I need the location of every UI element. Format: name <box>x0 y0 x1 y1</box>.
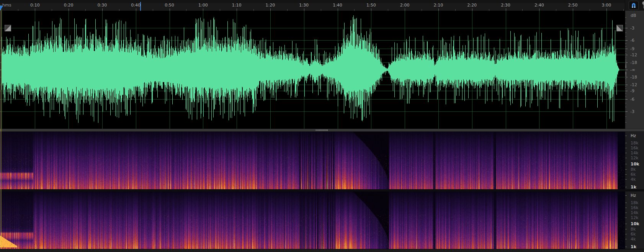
timeline-tick-label: 2:40 <box>534 3 544 8</box>
timeline-tick-label: 1:00 <box>198 3 208 8</box>
db-scale-tick <box>625 77 628 77</box>
splitter-grip <box>315 129 329 131</box>
freq-scale-label: 14k <box>631 151 638 155</box>
freq-scale-label: 4k <box>631 177 636 182</box>
freq-scale-label: 8k <box>631 227 636 232</box>
db-scale-label: -3 <box>630 109 634 114</box>
db-scale-minor-tick <box>625 76 626 77</box>
snap-toggle-button[interactable] <box>629 1 639 10</box>
freq-scale-tick <box>625 187 627 187</box>
db-scale-minor-tick <box>625 86 626 87</box>
db-scale-minor-tick <box>625 72 626 73</box>
db-scale-minor-tick <box>625 74 626 75</box>
freq-scale-label: 16k <box>631 205 638 210</box>
timeline-tick-label: 1:10 <box>232 3 242 8</box>
frequency-scale-left[interactable]: Hz18k16k14k12k10k8k6k4k1k <box>625 132 644 189</box>
db-scale-minor-tick <box>625 58 626 58</box>
db-scale-label: -18 <box>630 75 637 80</box>
freq-scale-tick <box>625 213 627 213</box>
db-scale-minor-tick <box>625 23 626 23</box>
db-scale-minor-tick <box>625 43 626 44</box>
db-scale-minor-tick <box>625 57 626 57</box>
db-scale-minor-tick <box>625 74 626 74</box>
db-scale-tick <box>625 55 628 55</box>
freq-scale-label: 4k <box>631 237 636 242</box>
panel-splitter[interactable] <box>0 129 644 132</box>
playhead-line[interactable] <box>1 5 1 249</box>
timeline-tick-label: 3:00 <box>602 3 611 8</box>
db-scale-tick <box>625 62 628 63</box>
timeline-tick-label: 0:20 <box>64 3 74 8</box>
db-scale-minor-tick <box>625 33 626 33</box>
timeline-units-label: hms <box>2 3 11 8</box>
playhead-handle[interactable] <box>0 6 3 10</box>
freq-scale-tick <box>625 164 627 164</box>
freq-scale-label: 12k <box>631 215 638 220</box>
freq-scale-header: Hz <box>631 193 636 198</box>
freq-scale-tick <box>625 195 627 196</box>
amplitude-db-scale[interactable]: dB-3-6-9-12-18-∞-18-12-9-6-3 <box>625 11 644 129</box>
timeline-tick-label: 1:20 <box>266 3 275 8</box>
db-scale-minor-tick <box>625 61 626 61</box>
freq-scale-tick <box>625 224 627 224</box>
db-scale-minor-tick <box>625 122 626 123</box>
timeline-tick-label: 0:30 <box>98 3 107 8</box>
db-scale-minor-tick <box>625 59 626 60</box>
timeline-tick-label: 1:40 <box>333 3 342 8</box>
db-scale-label: -18 <box>630 60 637 65</box>
spectrogram-left-channel[interactable] <box>0 132 625 189</box>
bottom-strip <box>0 249 644 252</box>
timeline-tick-label: 1:50 <box>366 3 376 8</box>
timeline-tick-label: 2:30 <box>501 3 510 8</box>
db-scale-tick <box>625 40 628 41</box>
timeline-tick-label: 1:30 <box>299 3 309 8</box>
freq-scale-label: 14k <box>631 210 638 215</box>
db-scale-minor-tick <box>625 73 626 74</box>
timeline-ruler[interactable]: hms 0:100:200:300:400:501:001:101:201:30… <box>0 0 625 11</box>
waveform-display[interactable] <box>0 11 625 129</box>
freq-scale-label: 18k <box>631 141 638 146</box>
freq-scale-label: 1k <box>631 244 636 249</box>
db-scale-minor-tick <box>625 64 626 65</box>
timeline-tick-label: 2:20 <box>467 3 477 8</box>
fade-out-handle[interactable] <box>616 25 623 31</box>
freq-scale-tick <box>625 158 627 158</box>
db-scale-minor-tick <box>625 88 626 89</box>
db-scale-minor-tick <box>625 80 626 80</box>
fade-in-handle[interactable] <box>5 25 11 31</box>
frequency-scale-right[interactable]: Hz18k16k14k12k10k8k6k4k1k <box>625 191 644 249</box>
freq-scale-label: 10k <box>631 162 639 167</box>
db-scale-tick <box>625 49 628 49</box>
db-scale-minor-tick <box>625 17 626 18</box>
freq-scale-tick <box>625 153 627 153</box>
timeline-tick-label: 2:10 <box>434 3 443 8</box>
marker-tool-icon <box>641 1 644 10</box>
timeline-tick-label: 0:40 <box>131 3 141 8</box>
spectrogram-right-channel[interactable] <box>0 191 625 249</box>
db-scale-label: -∞ <box>630 67 635 72</box>
db-scale-label: -12 <box>630 52 637 57</box>
ruler-top-strip <box>0 0 625 3</box>
db-scale-minor-tick <box>625 103 626 103</box>
db-scale-label: -12 <box>630 82 637 87</box>
db-scale-minor-tick <box>625 93 626 93</box>
timeline-tick-label: 2:50 <box>568 3 578 8</box>
db-scale-tick <box>625 91 628 91</box>
db-scale-label: -9 <box>630 46 634 51</box>
db-scale-minor-tick <box>625 36 626 37</box>
db-scale-minor-tick <box>625 51 626 51</box>
db-scale-minor-tick <box>625 78 626 79</box>
freq-scale-tick <box>625 203 627 203</box>
freq-scale-label: 6k <box>631 172 636 177</box>
db-scale-minor-tick <box>625 82 626 82</box>
db-scale-label: -6 <box>630 38 634 43</box>
freq-scale-tick <box>625 136 627 136</box>
freq-scale-tick <box>625 239 627 239</box>
freq-scale-tick <box>625 247 627 247</box>
db-scale-minor-tick <box>625 75 626 76</box>
db-scale-minor-tick <box>625 75 626 75</box>
db-scale-label: -3 <box>630 26 634 31</box>
magnet-icon <box>631 2 637 8</box>
db-scale-label: -9 <box>630 88 634 93</box>
freq-scale-tick <box>625 208 627 208</box>
